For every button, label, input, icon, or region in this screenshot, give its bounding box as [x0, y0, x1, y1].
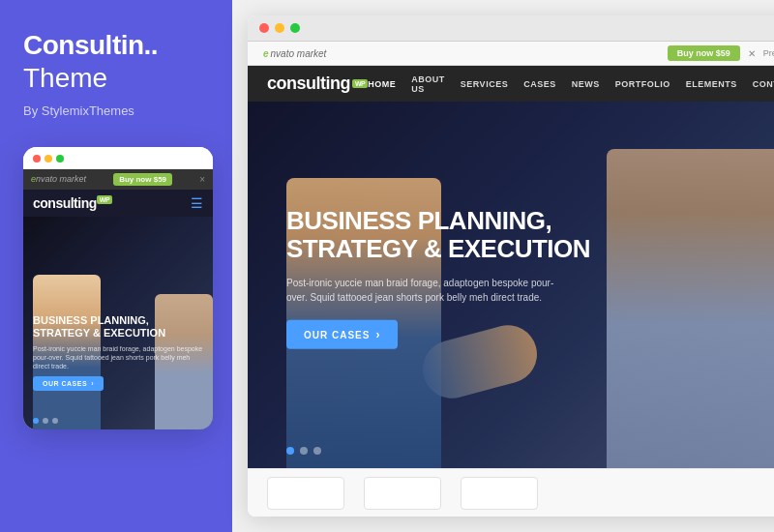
pagination-dot-1 [33, 418, 39, 424]
site-navigation: consultingWP HOME ABOUT US SERVICES CASE… [248, 66, 774, 102]
pagination-dot-3 [52, 418, 58, 424]
mobile-cta-arrow-icon: › [91, 380, 94, 387]
hero-title: BUSINESS PLANNING,STRATEGY & EXECUTION [286, 206, 597, 264]
mobile-buy-button[interactable]: Buy now $59 [113, 173, 172, 186]
mobile-hero-section: BUSINESS PLANNING, STRATEGY & EXECUTION … [23, 217, 213, 429]
site-top-right-bar: Buy now $59 ✕ Preview Theme [668, 45, 774, 61]
right-panel: e nvato market Buy now $59 ✕ Preview The… [232, 0, 774, 532]
nav-link-contacts[interactable]: CONTACTS [753, 79, 774, 89]
separator-x: ✕ [748, 48, 756, 59]
dot-yellow [45, 155, 52, 163]
mobile-hamburger-icon[interactable]: ☰ [191, 195, 203, 211]
desktop-buy-button[interactable]: Buy now $59 [668, 45, 740, 61]
mobile-site-nav: consultingWP ☰ [23, 190, 213, 217]
mobile-envato-logo: envato market [31, 174, 86, 184]
mobile-hero-content: BUSINESS PLANNING, STRATEGY & EXECUTION … [33, 314, 203, 391]
mobile-preview-card: envato market Buy now $59 × consultingWP… [23, 147, 213, 429]
theme-author: By StylemixThemes [23, 103, 209, 118]
hero-dot-1 [286, 447, 294, 455]
dot-green [56, 155, 64, 163]
mobile-envato-bar: envato market Buy now $59 × [23, 169, 213, 190]
hero-dot-2 [300, 447, 308, 455]
browser-chrome-bar [248, 15, 774, 42]
site-nav-links: HOME ABOUT US SERVICES CASES NEWS PORTFO… [368, 74, 774, 94]
envato-e-icon: e [263, 48, 269, 59]
nav-link-elements[interactable]: ELEMENTS [686, 79, 737, 89]
browser-dot-red [259, 23, 269, 33]
left-panel: Consultin.. Theme By StylemixThemes enva… [0, 0, 232, 532]
mobile-hero-title: BUSINESS PLANNING, STRATEGY & EXECUTION [33, 314, 203, 340]
nav-link-cases[interactable]: CASES [523, 79, 556, 89]
browser-content: e nvato market Buy now $59 ✕ Preview The… [248, 42, 774, 517]
site-bottom-strip [248, 468, 774, 517]
mobile-cta-button[interactable]: OUR CASES › [33, 376, 104, 391]
site-logo: consultingWP [267, 74, 368, 94]
nav-link-portfolio[interactable]: PORTFOLIO [615, 79, 670, 89]
preview-theme-link[interactable]: Preview Theme [763, 48, 774, 58]
bottom-card-3 [461, 477, 538, 510]
hero-cta-button[interactable]: OUR CASES › [286, 320, 398, 349]
hero-content: BUSINESS PLANNING,STRATEGY & EXECUTION P… [286, 206, 597, 349]
browser-dot-green [290, 23, 300, 33]
nav-link-news[interactable]: NEWS [572, 79, 600, 89]
bottom-card-2 [364, 477, 441, 510]
dot-red [33, 155, 41, 163]
mobile-close-button[interactable]: × [199, 174, 205, 185]
nav-link-services[interactable]: SERVICES [461, 79, 508, 89]
mobile-pagination [33, 418, 58, 424]
mobile-browser-bar [23, 147, 213, 169]
hero-person-right [607, 149, 774, 468]
bottom-card-1 [267, 477, 344, 510]
site-hero-section: BUSINESS PLANNING,STRATEGY & EXECUTION P… [248, 102, 774, 468]
browser-window: e nvato market Buy now $59 ✕ Preview The… [248, 15, 774, 517]
browser-dot-yellow [275, 23, 284, 33]
site-envato-bar: e nvato market Buy now $59 ✕ Preview The… [248, 42, 774, 66]
hero-dot-3 [313, 447, 321, 455]
cta-arrow-icon: › [375, 328, 380, 341]
pagination-dot-2 [43, 418, 48, 424]
mobile-site-logo: consultingWP [33, 195, 112, 211]
theme-subtitle: Theme [23, 63, 209, 94]
hero-description: Post-ironic yuccie man braid forage, ada… [286, 276, 557, 305]
nav-link-home[interactable]: HOME [368, 79, 396, 89]
hero-pagination [286, 447, 321, 455]
nav-link-about[interactable]: ABOUT US [411, 74, 445, 94]
mobile-hero-description: Post-ironic yuccie man braid forage, ada… [33, 344, 203, 370]
theme-title: Consultin.. [23, 31, 209, 61]
envato-market-logo: e nvato market [263, 48, 326, 59]
